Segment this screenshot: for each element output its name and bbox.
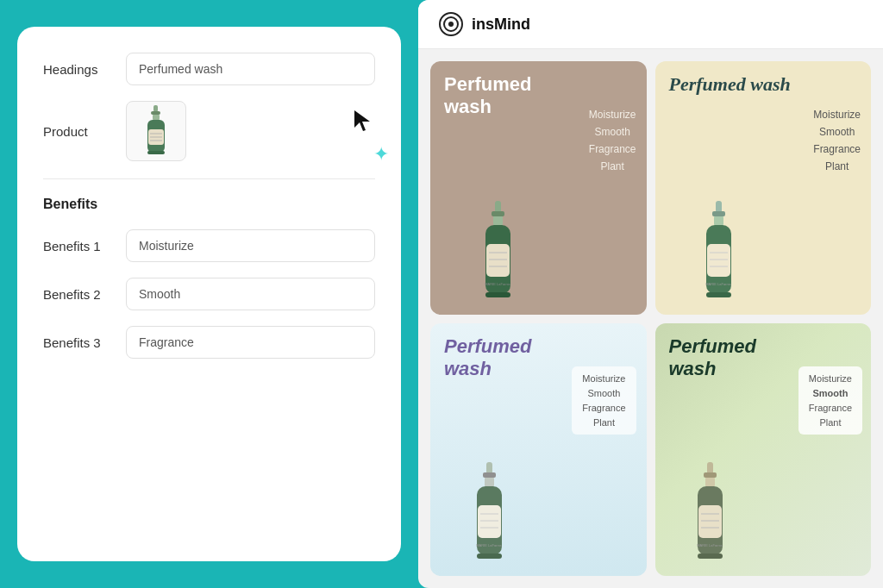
- benefit3-input[interactable]: [126, 326, 375, 359]
- card-3-benefit-1: Moisturize: [582, 373, 625, 384]
- card-4-benefit-4: Plant: [809, 417, 852, 428]
- product-label: Product: [43, 124, 112, 139]
- svg-rect-9: [147, 151, 165, 154]
- card-2-benefits: Moisturize Smooth Fragrance Plant: [813, 109, 861, 172]
- card-4-benefits-box: Moisturize Smooth Fragrance Plant: [798, 366, 862, 435]
- card-cream[interactable]: Perfumed wash MARIE LaFarms Moisturize: [655, 61, 872, 315]
- svg-rect-2: [151, 111, 160, 115]
- card-1-title: Perfumed wash: [444, 73, 582, 119]
- card-2-benefit-2: Smooth: [813, 126, 861, 138]
- card-3-benefits-box: Moisturize Smooth Fragrance Plant: [572, 366, 636, 435]
- headings-input[interactable]: [126, 53, 375, 85]
- cards-grid: Perfumed wash MARIE LaFarms Mo: [418, 49, 883, 588]
- svg-rect-33: [483, 472, 496, 478]
- headings-row: Headings: [43, 53, 375, 85]
- left-panel: Headings ✦ Product: [17, 27, 401, 561]
- svg-rect-22: [716, 201, 722, 213]
- svg-rect-26: [707, 244, 730, 277]
- card-4-benefit-2: Smooth: [809, 388, 852, 398]
- svg-marker-0: [354, 110, 370, 131]
- headings-label: Headings: [43, 62, 112, 77]
- svg-rect-14: [493, 216, 503, 225]
- benefit3-row: Benefits 3: [43, 326, 375, 359]
- svg-text:MARIE LaFarms: MARIE LaFarms: [476, 543, 502, 547]
- card-3-bottle: MARIE LaFarms: [466, 460, 513, 576]
- card-outdoor[interactable]: Perfumed wash MARIE LaFarms Moist: [655, 323, 872, 577]
- svg-text:MARIE LaFarms: MARIE LaFarms: [705, 282, 731, 286]
- card-2-benefit-3: Fragrance: [813, 143, 861, 155]
- divider-1: [43, 178, 375, 179]
- card-2-title: Perfumed wash: [669, 73, 791, 96]
- benefit1-label: Benefits 1: [43, 239, 112, 253]
- right-panel: insMind Perfumed wash MARIE LaFarms: [418, 0, 883, 588]
- card-1-benefit-1: Moisturize: [589, 109, 636, 121]
- card-3-benefit-3: Fragrance: [582, 403, 625, 413]
- logo-text: insMind: [472, 16, 530, 34]
- cursor-icon: [351, 109, 375, 133]
- svg-rect-36: [478, 505, 501, 538]
- card-light-blue[interactable]: Perfumed wash MARIE LaFarms Moist: [430, 323, 647, 577]
- bottle-icon: [139, 103, 173, 160]
- card-3-benefit-2: Smooth: [582, 388, 625, 398]
- card-2-bottle: MARIE LaFarms: [695, 199, 742, 315]
- product-image-box[interactable]: [126, 101, 186, 161]
- svg-rect-3: [153, 115, 160, 120]
- svg-rect-16: [486, 244, 510, 277]
- svg-rect-42: [707, 462, 713, 474]
- svg-rect-46: [698, 505, 722, 538]
- svg-point-11: [448, 22, 454, 27]
- svg-rect-34: [485, 478, 494, 486]
- svg-rect-24: [714, 216, 723, 225]
- benefit2-label: Benefits 2: [43, 287, 112, 302]
- benefit2-row: Benefits 2: [43, 278, 375, 310]
- svg-rect-23: [712, 211, 725, 216]
- card-4-benefit-1: Moisturize: [809, 373, 852, 384]
- svg-text:MARIE LaFarms: MARIE LaFarms: [485, 282, 510, 286]
- card-1-benefit-4: Plant: [589, 160, 636, 172]
- svg-rect-51: [698, 554, 723, 559]
- card-1-benefits: Moisturize Smooth Fragrance Plant: [589, 109, 636, 172]
- benefit2-input[interactable]: [126, 278, 375, 310]
- card-1-bottle: MARIE LaFarms: [474, 199, 522, 315]
- sparkle-icon: ✦: [373, 143, 389, 166]
- benefits-section-title: Benefits: [43, 197, 375, 212]
- svg-text:MARIE LaFarms: MARIE LaFarms: [697, 543, 723, 547]
- svg-rect-21: [485, 292, 510, 297]
- logo-icon: [439, 12, 463, 36]
- benefit1-input[interactable]: [126, 229, 375, 262]
- card-4-bottle: MARIE LaFarms: [686, 460, 734, 576]
- card-1-benefit-2: Smooth: [589, 126, 636, 138]
- svg-rect-31: [706, 292, 731, 297]
- card-2-benefit-4: Plant: [813, 160, 861, 172]
- product-row: Product: [43, 101, 375, 161]
- benefit1-row: Benefits 1: [43, 229, 375, 262]
- card-3-title: Perfumed wash: [444, 335, 582, 381]
- svg-rect-32: [486, 462, 492, 474]
- svg-rect-43: [704, 472, 717, 478]
- card-4-title: Perfumed wash: [669, 335, 807, 381]
- app-header: insMind: [418, 0, 883, 49]
- card-3-benefit-4: Plant: [582, 417, 625, 428]
- card-4-benefit-3: Fragrance: [809, 403, 852, 413]
- svg-rect-13: [492, 211, 504, 216]
- benefit3-label: Benefits 3: [43, 335, 112, 350]
- card-2-benefit-1: Moisturize: [813, 109, 861, 121]
- svg-rect-44: [705, 478, 715, 486]
- card-taupe[interactable]: Perfumed wash MARIE LaFarms Mo: [430, 61, 647, 315]
- svg-rect-41: [477, 554, 502, 559]
- svg-rect-1: [153, 105, 158, 112]
- svg-rect-12: [495, 201, 501, 213]
- card-1-benefit-3: Fragrance: [589, 143, 636, 155]
